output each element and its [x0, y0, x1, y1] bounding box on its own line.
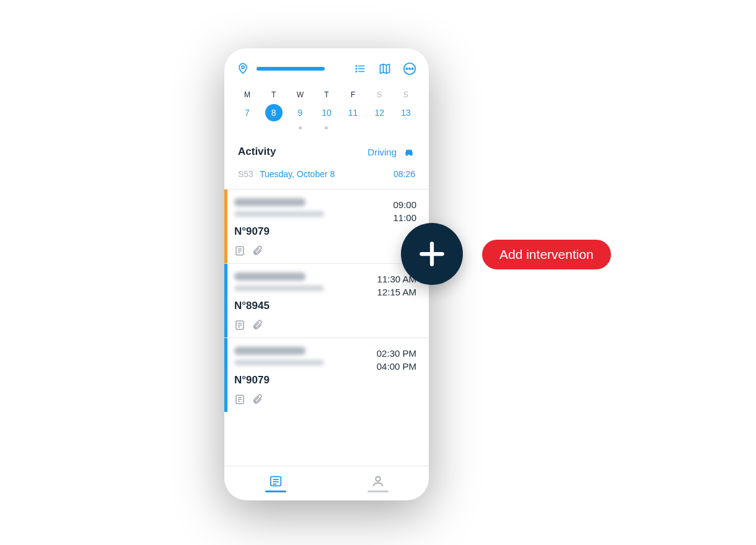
driving-status[interactable]: Driving [367, 147, 415, 157]
day-number: 9 [291, 104, 309, 121]
status-stripe [224, 190, 227, 263]
svg-point-15 [410, 154, 412, 155]
note-icon[interactable] [234, 394, 245, 405]
day-9[interactable]: W9 [289, 90, 310, 129]
blurred-title [234, 198, 305, 206]
blurred-title [234, 272, 305, 281]
list-icon[interactable] [353, 63, 367, 74]
card-reference: N°9079 [234, 225, 324, 238]
svg-point-3 [356, 68, 357, 69]
day-12[interactable]: S12 [369, 90, 390, 129]
card-reference: N°8945 [234, 300, 324, 312]
day-number: 11 [345, 104, 362, 121]
note-icon[interactable] [234, 245, 245, 256]
week-number: S53 [238, 169, 253, 179]
current-time: 08:26 [393, 169, 415, 179]
day-label: T [271, 90, 276, 99]
time-range: 09:0011:00 [393, 198, 416, 224]
day-label: W [297, 90, 304, 99]
day-8[interactable]: T8 [263, 90, 284, 129]
day-label: S [403, 90, 408, 99]
day-label: T [324, 90, 328, 99]
day-13[interactable]: S13 [395, 90, 416, 129]
blurred-title [234, 347, 305, 355]
svg-point-1 [356, 66, 357, 67]
svg-point-13 [411, 68, 413, 69]
svg-point-32 [376, 477, 380, 481]
status-stripe [224, 338, 227, 412]
more-icon[interactable] [403, 62, 416, 76]
bottom-nav [224, 466, 429, 500]
intervention-card[interactable]: N°907902:30 PM04:00 PM [224, 338, 429, 412]
intervention-card[interactable]: N°907909:0011:00 [224, 189, 429, 263]
add-button[interactable] [401, 223, 463, 285]
day-7[interactable]: M7 [237, 90, 258, 129]
title-placeholder [257, 67, 325, 71]
note-icon[interactable] [234, 320, 245, 331]
svg-point-12 [409, 68, 410, 69]
car-icon [403, 147, 415, 157]
activity-title: Activity [238, 146, 276, 158]
day-label: F [351, 90, 355, 99]
full-date: Tuesday, October 8 [260, 169, 335, 179]
intervention-list: N°907909:0011:00N°894511:30 AM12:15 AMN°… [224, 189, 429, 466]
svg-marker-7 [380, 64, 390, 74]
attachment-icon[interactable] [252, 245, 263, 256]
attachment-icon[interactable] [252, 394, 263, 405]
day-number: 12 [371, 104, 388, 121]
nav-tab-profile[interactable] [327, 466, 429, 500]
day-10[interactable]: T10 [316, 90, 337, 129]
svg-point-14 [406, 154, 408, 155]
svg-point-0 [242, 66, 244, 68]
day-label: S [377, 90, 382, 99]
week-row: M7T8W9T10F11S12S13 [224, 84, 429, 129]
day-number: 10 [318, 104, 335, 121]
activity-row: Activity Driving [224, 129, 429, 162]
svg-point-11 [406, 68, 407, 69]
day-11[interactable]: F11 [343, 90, 364, 129]
map-icon[interactable] [378, 63, 392, 75]
day-number: 8 [265, 104, 283, 121]
day-label: M [244, 90, 250, 99]
nav-tab-list[interactable] [224, 466, 327, 500]
day-number: 13 [397, 104, 415, 121]
day-number: 7 [239, 104, 256, 121]
app-header [224, 48, 429, 84]
location-pin-icon[interactable] [237, 62, 249, 76]
blurred-subtitle [234, 211, 324, 217]
date-row: S53 Tuesday, October 8 08:26 [224, 162, 429, 189]
attachment-icon[interactable] [252, 320, 263, 331]
add-intervention-pill[interactable]: Add intervention [482, 240, 611, 269]
status-stripe [224, 264, 227, 338]
blurred-subtitle [234, 286, 324, 291]
phone-frame: M7T8W9T10F11S12S13 Activity Driving S53 … [224, 48, 429, 500]
intervention-card[interactable]: N°894511:30 AM12:15 AM [224, 263, 429, 338]
svg-point-5 [356, 71, 357, 72]
card-reference: N°9079 [234, 374, 324, 386]
driving-label: Driving [367, 147, 397, 157]
time-range: 02:30 PM04:00 PM [377, 347, 416, 373]
blurred-subtitle [234, 360, 324, 365]
